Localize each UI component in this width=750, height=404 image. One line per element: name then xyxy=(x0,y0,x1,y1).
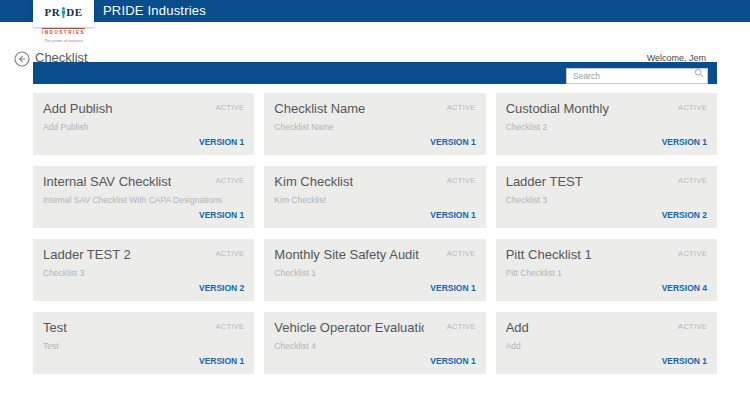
checklist-card[interactable]: Pitt Checklist 1 ACTIVE Pitt Checklist 1… xyxy=(496,239,717,301)
checklist-version-link[interactable]: VERSION 1 xyxy=(199,356,244,366)
back-button[interactable] xyxy=(14,51,30,67)
checklist-card[interactable]: Add Publish ACTIVE Add Publish VERSION 1 xyxy=(33,93,254,155)
search-input[interactable] xyxy=(566,68,708,84)
checklist-card[interactable]: Kim Checklist ACTIVE Kim Checklist VERSI… xyxy=(264,166,485,228)
checklist-card-subtitle: Checklist 4 xyxy=(274,341,316,351)
checklist-status-badge: ACTIVE xyxy=(447,249,476,258)
checklist-status-badge: ACTIVE xyxy=(215,249,244,258)
checklist-card[interactable]: Monthly Site Safety Audit ACTIVE Checkli… xyxy=(264,239,485,301)
checklist-status-badge: ACTIVE xyxy=(447,322,476,331)
logo-industries-text: INDUSTRIES xyxy=(42,28,85,35)
search-toolbar xyxy=(33,62,717,84)
checklist-card-subtitle: Kim Checklist xyxy=(274,195,325,205)
checklist-card[interactable]: Ladder TEST 2 ACTIVE Checklist 3 VERSION… xyxy=(33,239,254,301)
checklist-card-title: Ladder TEST xyxy=(506,174,583,189)
checklist-version-link[interactable]: VERSION 1 xyxy=(430,210,475,220)
checklist-version-link[interactable]: VERSION 2 xyxy=(662,210,707,220)
checklist-card-title: Test xyxy=(43,320,67,335)
checklist-status-badge: ACTIVE xyxy=(678,103,707,112)
checklist-card-title: Monthly Site Safety Audit xyxy=(274,247,419,262)
logo-tagline: The power of purpose xyxy=(33,38,94,43)
checklist-status-badge: ACTIVE xyxy=(447,176,476,185)
logo-word-right: DE xyxy=(66,7,82,18)
checklist-card-subtitle: Internal SAV Checklist With CAPA Designa… xyxy=(43,195,222,205)
checklist-card-title: Custodial Monthly xyxy=(506,101,609,116)
checklist-card-title: Internal SAV Checklist xyxy=(43,174,171,189)
checklist-card-title: Add Publish xyxy=(43,101,112,116)
checklist-card[interactable]: Test ACTIVE Test VERSION 1 xyxy=(33,312,254,374)
checklist-status-badge: ACTIVE xyxy=(215,176,244,185)
checklist-version-link[interactable]: VERSION 1 xyxy=(430,283,475,293)
checklist-card-subtitle: Pitt Checklist 1 xyxy=(506,268,562,278)
checklist-card-title: Kim Checklist xyxy=(274,174,353,189)
checklist-card-subtitle: Add Publish xyxy=(43,122,88,132)
checklist-card-title: Pitt Checklist 1 xyxy=(506,247,592,262)
checklist-card-subtitle: Test xyxy=(43,341,59,351)
checklist-version-link[interactable]: VERSION 1 xyxy=(662,356,707,366)
checklist-status-badge: ACTIVE xyxy=(678,322,707,331)
checklist-card[interactable]: Ladder TEST ACTIVE Checklist 3 VERSION 2 xyxy=(496,166,717,228)
checklist-card-title: Add xyxy=(506,320,529,335)
checklist-status-badge: ACTIVE xyxy=(215,322,244,331)
page-heading-row: Checklist View all checklist Welcome, Je… xyxy=(0,22,750,62)
search-box xyxy=(566,65,708,81)
checklist-card-subtitle: Checklist 2 xyxy=(506,122,548,132)
checklist-status-badge: ACTIVE xyxy=(678,176,707,185)
checklist-status-badge: ACTIVE xyxy=(215,103,244,112)
checklist-card-subtitle: Checklist 1 xyxy=(274,268,316,278)
company-logo[interactable]: PR DE INDUSTRIES The power of purpose xyxy=(33,0,94,27)
checklist-card-subtitle: Checklist 3 xyxy=(506,195,548,205)
checklist-card[interactable]: Vehicle Operator Evaluation ACTIVE Check… xyxy=(264,312,485,374)
checklist-version-link[interactable]: VERSION 1 xyxy=(199,137,244,147)
checklist-version-link[interactable]: VERSION 4 xyxy=(662,283,707,293)
checklist-version-link[interactable]: VERSION 1 xyxy=(430,356,475,366)
checklist-card[interactable]: Add ACTIVE Add VERSION 1 xyxy=(496,312,717,374)
checklist-card-title: Vehicle Operator Evaluation xyxy=(274,320,424,335)
checklist-card[interactable]: Internal SAV Checklist ACTIVE Internal S… xyxy=(33,166,254,228)
checklist-card-subtitle: Checklist Name xyxy=(274,122,334,132)
person-icon xyxy=(61,7,66,18)
checklist-card-subtitle: Checklist 3 xyxy=(43,268,85,278)
checklist-version-link[interactable]: VERSION 1 xyxy=(199,210,244,220)
checklist-version-link[interactable]: VERSION 1 xyxy=(662,137,707,147)
checklist-card-subtitle: Add xyxy=(506,341,521,351)
app-header-bar: PRIDE Industries xyxy=(0,0,750,22)
checklist-card-title: Ladder TEST 2 xyxy=(43,247,131,262)
checklist-card[interactable]: Checklist Name ACTIVE Checklist Name VER… xyxy=(264,93,485,155)
checklist-status-badge: ACTIVE xyxy=(447,103,476,112)
logo-wordmark: PR DE xyxy=(45,7,83,18)
checklist-grid: Add Publish ACTIVE Add Publish VERSION 1… xyxy=(33,93,717,374)
checklist-card[interactable]: Custodial Monthly ACTIVE Checklist 2 VER… xyxy=(496,93,717,155)
checklist-card-title: Checklist Name xyxy=(274,101,365,116)
checklist-version-link[interactable]: VERSION 2 xyxy=(199,283,244,293)
app-title: PRIDE Industries xyxy=(103,0,206,22)
checklist-status-badge: ACTIVE xyxy=(678,249,707,258)
logo-word-left: PR xyxy=(45,7,61,18)
checklist-version-link[interactable]: VERSION 1 xyxy=(430,137,475,147)
